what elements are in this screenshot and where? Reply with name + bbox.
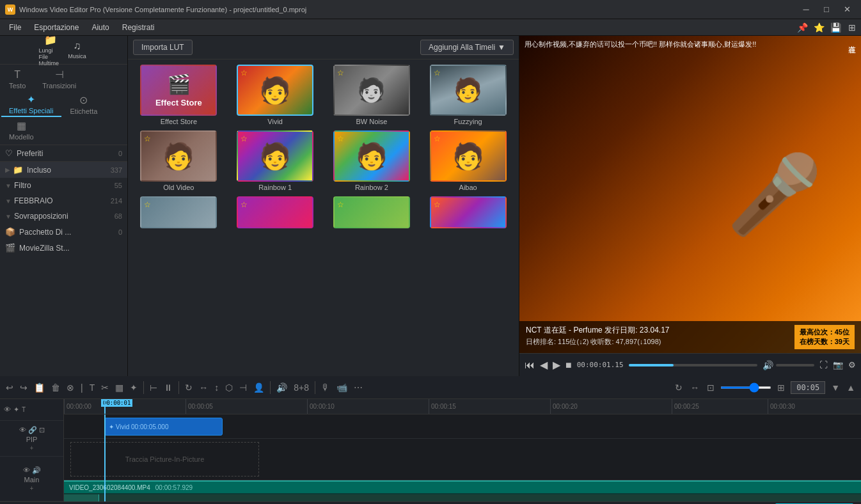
effect-card-bw[interactable]: 🧑 ☆ BW Noise	[326, 65, 418, 125]
crop-button[interactable]: ⬡	[223, 381, 235, 394]
toolbar-music[interactable]: ♫ Musica	[66, 38, 89, 61]
timeline-content: 👁 ✦ T 👁 🔗 ⊡ PIP + 👁 🔊 Main + 0	[0, 399, 861, 501]
sidebar-item-pacchetto[interactable]: 📦 Pacchetto Di ... 0	[0, 224, 127, 240]
eye-icon-effect[interactable]: 👁	[4, 406, 11, 413]
sidebar-item-filtro[interactable]: ▼ Filtro 55	[0, 178, 127, 193]
progress-bar[interactable]	[629, 364, 757, 366]
menu-help[interactable]: Aiuto	[85, 22, 115, 33]
toolbar-media[interactable]: 📁 Lungi File Multime	[39, 38, 62, 61]
eye-icon-pip[interactable]: 👁	[19, 426, 26, 434]
stop-button[interactable]: ■	[565, 359, 572, 371]
tab-text[interactable]: T Testo	[1, 68, 33, 91]
effect-thumb-store: 🎬 Effect Store	[140, 65, 217, 116]
tab-label[interactable]: ⊙ Etichetta	[63, 93, 106, 116]
cam-button[interactable]: 📹	[335, 381, 349, 394]
refresh-button[interactable]: ↻	[673, 381, 684, 394]
menu-file[interactable]: File	[3, 22, 28, 33]
tab-model[interactable]: ▦ Modello	[1, 118, 42, 142]
effect-card-row4-2[interactable]: ☆	[230, 196, 321, 228]
close-button[interactable]: ✕	[838, 3, 856, 17]
arrow-expand-button[interactable]: ↔	[688, 381, 701, 394]
eye-icon-main[interactable]: 👁	[23, 466, 30, 474]
split-button[interactable]: ⊢	[148, 381, 159, 394]
mic-button[interactable]: 🎙	[319, 381, 332, 394]
effect-card-vivid[interactable]: 🧑 ☆ Vivid	[230, 65, 321, 125]
pip-add-icon[interactable]: +	[30, 445, 34, 452]
paste-button[interactable]: 📋	[32, 381, 47, 394]
person-button[interactable]: 👤	[251, 381, 266, 394]
preview-area: 🎤 用心制作视频,不嫌弃的话可以投一个币吧!! 那样你就会诸事顺心,财运爆发!!…	[519, 36, 861, 353]
pin-icon[interactable]: 📌	[796, 21, 809, 34]
fullscreen-button[interactable]: ⛶	[819, 360, 828, 370]
effect-card-old[interactable]: 🧑 ☆ Old Video	[133, 130, 225, 191]
effect-card-row4-3[interactable]: ☆	[326, 196, 418, 228]
effect-card-rainbow1[interactable]: 🧑 ☆ Rainbow 1	[230, 130, 321, 191]
effect-card-fuzzy[interactable]: 🧑 ☆ Fuzzying	[422, 65, 514, 125]
ruler-mark-10: 00:00:10	[307, 399, 335, 414]
more-button[interactable]: ⋯	[352, 381, 365, 394]
right-panel: 🎤 用心制作视频,不嫌弃的话可以投一个币吧!! 那样你就会诸事顺心,财运爆发!!…	[519, 36, 861, 376]
add-track-icon[interactable]: T	[22, 406, 26, 413]
group-button[interactable]: ▦	[113, 381, 125, 394]
effect-card-aibao[interactable]: 🧑 ☆ Aibao	[422, 130, 514, 191]
settings-pb-button[interactable]: ⚙	[848, 360, 856, 370]
skip-start-button[interactable]: ⏮	[525, 359, 535, 371]
menu-export[interactable]: Esportazione	[28, 22, 85, 33]
delete-button[interactable]: 🗑	[49, 381, 62, 394]
time-decrease-button[interactable]: ▼	[829, 381, 842, 394]
zoom-slider[interactable]	[720, 386, 771, 389]
import-lut-button[interactable]: Importa LUT	[133, 40, 193, 55]
speaker-icon-main[interactable]: 🔊	[32, 466, 41, 475]
effect-card-store[interactable]: 🎬 Effect Store Effect Store	[133, 65, 225, 125]
flip-v-button[interactable]: ↕	[212, 381, 221, 394]
trim-button[interactable]: ⊣	[237, 381, 249, 394]
main-add-icon[interactable]: +	[30, 485, 34, 492]
text-insert-button[interactable]: T	[88, 381, 97, 394]
effect-thumb-row4-2: ☆	[237, 196, 313, 228]
tab-transitions[interactable]: ⊣ Transizioni	[35, 67, 84, 91]
fit-button[interactable]: ⊡	[705, 381, 716, 394]
main-label: Main	[24, 476, 40, 484]
undo-button[interactable]: ↩	[4, 381, 15, 394]
split-cursor-button[interactable]: |	[79, 381, 85, 394]
detach-button[interactable]: ⊗	[65, 381, 76, 394]
pip-track-label: 👁 🔗 ⊡ PIP +	[0, 421, 63, 457]
sidebar-item-febbraio[interactable]: ▼ FEBBRAIO 214	[0, 193, 127, 209]
star-icon[interactable]: ⭐	[812, 21, 825, 34]
sidebar-item-preferiti[interactable]: ♡ Preferiti 0	[0, 145, 127, 162]
pause-button[interactable]: ⏸	[162, 381, 175, 394]
track-labels: 👁 ✦ T 👁 🔗 ⊡ PIP + 👁 🔊 Main +	[0, 399, 64, 501]
step-back-button[interactable]: ◀	[540, 359, 548, 371]
speed-button[interactable]: 8+8	[292, 381, 311, 394]
ruler-mark-25: 00:00:25	[672, 399, 699, 414]
effect-card-row4-4[interactable]: ☆	[422, 196, 514, 228]
snapshot-button[interactable]: 📷	[833, 360, 843, 370]
main-clip-duration: 00:00:57.929	[155, 484, 193, 491]
add-timeline-button[interactable]: Aggiungi Alla Timeli ▼	[420, 40, 514, 55]
play-button[interactable]: ▶	[553, 359, 560, 371]
tab-effects[interactable]: ✦ Effetti Speciali	[1, 92, 61, 117]
pip-placeholder[interactable]: Traccia Picture-In-Picture	[70, 442, 259, 476]
time-increase-button[interactable]: ▲	[844, 381, 857, 394]
sidebar-item-moviezilla[interactable]: 🎬 MovieZilla St...	[0, 240, 127, 256]
flip-h-button[interactable]: ↔	[197, 381, 210, 394]
sidebar-item-sovrapposizioni[interactable]: ▼ Sovrapposizioni 68	[0, 209, 127, 224]
layout-icon[interactable]: ⊞	[846, 21, 858, 34]
scissors-button[interactable]: ✂	[99, 381, 111, 394]
volume-tl-button[interactable]: 🔊	[274, 381, 289, 394]
redo-button[interactable]: ↪	[18, 381, 29, 394]
effect-clip[interactable]: ✦ Vivid 00:00:05.000	[104, 418, 223, 436]
menu-register[interactable]: Registrati	[116, 22, 161, 33]
sparkle-button[interactable]: ✦	[128, 381, 139, 394]
zoom-in-button[interactable]: ⊞	[775, 381, 787, 394]
main-clip-bar[interactable]: VIDEO_230602084400.MP4 00:00:57.929	[64, 480, 861, 493]
minimize-button[interactable]: ─	[797, 3, 815, 17]
effect-card-rainbow2[interactable]: 🧑 ☆ Rainbow 2	[326, 130, 418, 191]
volume-slider[interactable]	[776, 364, 814, 366]
timeline-ruler[interactable]: 00:00:01 00:00:00 00:00:05 00:00:10 00:0…	[64, 399, 861, 414]
effect-card-row4-1[interactable]: ☆	[133, 196, 225, 228]
sidebar-item-incluso[interactable]: ▶ 📁 Incluso 337	[0, 162, 127, 178]
rotate-button[interactable]: ↻	[183, 381, 194, 394]
save-icon[interactable]: 💾	[829, 21, 842, 34]
maximize-button[interactable]: □	[818, 3, 835, 17]
